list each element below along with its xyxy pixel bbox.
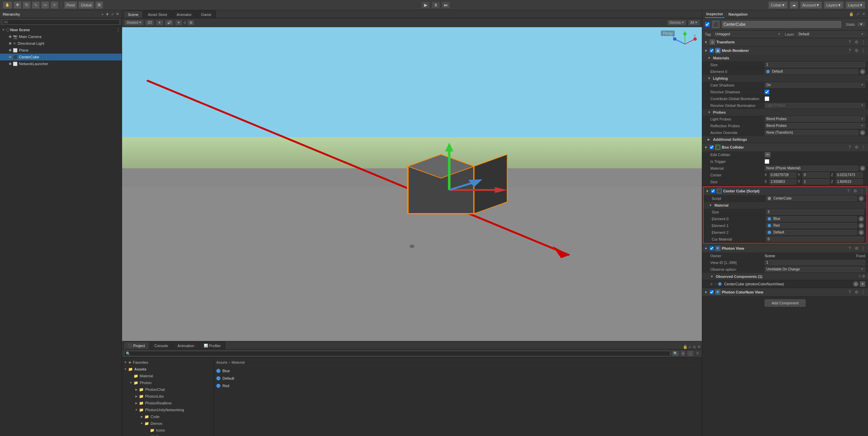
observed-add-btn[interactable]: + [860, 281, 865, 287]
receive-gi-dropdown[interactable]: Light Probes [765, 103, 865, 108]
hierarchy-item-dir-light[interactable]: ☀ Directional Light [0, 40, 122, 47]
all-btn[interactable]: All [688, 20, 700, 26]
hierarchy-scene-item[interactable]: ▼ ⬡ New Scene ⋮ [0, 26, 122, 33]
search-icon-btn[interactable]: 🔍 [672, 350, 679, 357]
inspector-lock-btn[interactable]: 🔒 [849, 12, 854, 16]
resources-tree-item[interactable]: 📁 Resources [122, 434, 213, 436]
scene-menu-btn[interactable]: ⋮ [116, 27, 120, 32]
bottom-close-btn[interactable]: ✕ [697, 345, 701, 349]
bc-enabled-checkbox[interactable] [710, 145, 714, 149]
box-collider-header[interactable]: ▼ ⬛ Box Collider ? ⚙ ⋮ [702, 143, 868, 151]
layers-btn[interactable]: Layers ▼ [824, 1, 844, 9]
bc-help-btn[interactable]: ? [847, 145, 852, 150]
hierarchy-add-btn[interactable]: + [101, 12, 103, 16]
pv-observe-dropdown[interactable]: Unreliable On Change [765, 267, 865, 272]
cc-script-ref[interactable]: CenterCube [766, 196, 857, 201]
observed-minus-btn[interactable]: − [714, 282, 716, 286]
photonunity-tree-item[interactable]: ▼ 📁 PhotonUnityNetworking [122, 406, 213, 413]
game-tab[interactable]: Game [197, 11, 216, 18]
pv-enabled-checkbox[interactable] [710, 246, 714, 250]
lighting-section-header[interactable]: ▼ Lighting [702, 75, 868, 82]
inspector-expand-btn[interactable]: ⤢ [856, 12, 860, 16]
gizmos-btn[interactable]: Gizmos [667, 20, 687, 26]
breadcrumb-assets[interactable]: Assets [216, 360, 228, 364]
bc-size-x-input[interactable] [769, 179, 796, 185]
assets-options-btn[interactable]: ⋮ [687, 350, 694, 357]
fx-toggle-btn[interactable]: ✦ [175, 20, 182, 26]
mesh-renderer-header[interactable]: ▼ ▦ Mesh Renderer ? ⚙ ⋮ [702, 46, 868, 55]
bc-center-x-input[interactable] [769, 172, 796, 178]
snap-btn[interactable]: ⊞ [95, 1, 103, 9]
cc-settings-btn[interactable]: ⚙ [852, 189, 858, 193]
shaded-btn[interactable]: Shaded [124, 20, 144, 26]
icons-tree-item[interactable]: 📁 Icons [122, 427, 213, 434]
cc-element0-select-btn[interactable]: ◎ [859, 216, 864, 222]
project-tab[interactable]: ⬛ Project [123, 342, 149, 349]
asset-default[interactable]: Default [215, 375, 701, 382]
element0-select-btn[interactable]: ◎ [860, 69, 865, 74]
bc-menu-btn[interactable]: ⋮ [861, 145, 866, 150]
bc-material-ref[interactable]: None (Physic Material) [765, 166, 859, 171]
hierarchy-search-input[interactable] [2, 19, 120, 25]
center-cube-header[interactable]: ▼ ⬛ Center Cube (Script) ? ⚙ ⋮ [704, 187, 867, 195]
assets-search-input[interactable] [124, 351, 670, 356]
audio-toggle-btn[interactable]: 🔊 [165, 20, 174, 26]
mr-help-btn[interactable]: ? [847, 48, 852, 53]
cc-element2-select-btn[interactable]: ◎ [859, 230, 864, 235]
transform-menu-btn[interactable]: ⋮ [861, 40, 866, 44]
demos-tree-item[interactable]: ▼ 📁 Demos [122, 420, 213, 427]
cc-script-select-btn[interactable]: ◎ [859, 196, 864, 201]
cc-element1-ref[interactable]: Red [766, 223, 857, 228]
hierarchy-item-plane[interactable]: ⬜ Plane [0, 47, 122, 54]
pivot-btn[interactable]: Pivot [64, 1, 77, 9]
photon-tree-item[interactable]: ▼ 📁 Photon [122, 379, 213, 386]
hierarchy-expand-btn[interactable]: ⤢ [111, 13, 114, 16]
materials-section-header[interactable]: ▼ Materials [702, 55, 868, 61]
2d-btn[interactable]: 2D [145, 20, 154, 26]
photon-view-header[interactable]: ▼ P Photon View ? ⚙ ⋮ [702, 244, 868, 252]
animator-tab[interactable]: Animator [172, 11, 196, 18]
mr-enabled-checkbox[interactable] [710, 49, 714, 53]
scene-tab[interactable]: Scene [123, 11, 143, 18]
favorites-tree-item[interactable]: ▼ ★ Favorites [122, 359, 213, 366]
object-name-input[interactable] [722, 21, 841, 28]
is-trigger-checkbox[interactable] [765, 159, 769, 164]
animation-tab[interactable]: Animation [173, 342, 199, 349]
pv-menu-btn[interactable]: ⋮ [861, 246, 866, 251]
static-dropdown-btn[interactable]: ▼ [857, 22, 865, 27]
pcn-help-btn[interactable]: ? [847, 290, 852, 295]
probes-section-header[interactable]: ▼ Probes [702, 109, 868, 116]
materials-size-input[interactable] [765, 62, 865, 68]
asset-red[interactable]: Red [215, 382, 701, 390]
collab-btn[interactable]: Collab ▼ [768, 1, 787, 9]
pause-btn[interactable]: ⏸ [431, 1, 440, 9]
hierarchy-item-centercube[interactable]: ⬛ CenterCube [0, 54, 122, 60]
cc-enabled-checkbox[interactable] [711, 189, 715, 193]
cc-element2-ref[interactable]: Default [766, 230, 857, 235]
bc-size-z-input[interactable] [836, 179, 863, 185]
cloud-btn[interactable]: ☁ [790, 1, 798, 9]
rotate-tool-btn[interactable]: ↻ [23, 1, 31, 9]
pv-viewid-input[interactable] [765, 260, 865, 265]
bc-center-z-input[interactable] [836, 172, 863, 178]
reflection-probes-dropdown[interactable]: Blend Probes [765, 123, 865, 129]
assets-add-btn[interactable]: + [680, 350, 686, 357]
light-toggle-btn[interactable]: ☀ [156, 20, 163, 26]
bc-material-select-btn[interactable]: ◎ [860, 166, 865, 171]
anchor-override-ref[interactable]: None (Transform) [765, 130, 859, 135]
grid-btn[interactable]: ⊞ [187, 20, 195, 26]
transform-tool-btn[interactable]: ⊹ [51, 1, 58, 9]
bc-size-y-input[interactable] [803, 179, 830, 185]
hierarchy-item-networklauncher[interactable]: ⬜ NetworkLauncher [0, 60, 122, 67]
photon-colornum-header[interactable]: ▼ P Photon ColorNum View ? ⚙ ⋮ [702, 288, 868, 296]
inspector-close-btn[interactable]: ✕ [862, 12, 865, 16]
object-enabled-checkbox[interactable] [705, 22, 710, 27]
cc-element1-select-btn[interactable]: ◎ [859, 223, 864, 228]
bottom-expand-btn[interactable]: ⤢ [688, 345, 691, 349]
breadcrumb-material[interactable]: Material [232, 360, 245, 364]
inspector-tab[interactable]: Inspector [705, 11, 725, 18]
step-btn[interactable]: ⏭ [441, 1, 450, 9]
additional-settings-header[interactable]: ▶ Additional Settings [702, 136, 868, 143]
transform-header[interactable]: ▼ ⊹ Transform ? ⚙ ⋮ [702, 38, 868, 46]
code-tree-item[interactable]: ▶ 📁 Code [122, 413, 213, 420]
